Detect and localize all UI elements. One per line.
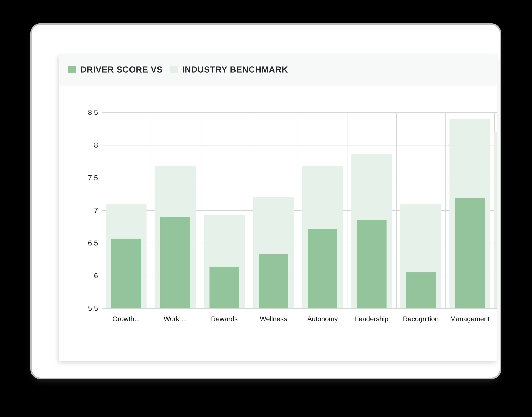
x-tick-label-Autonomy: Autonomy [298,315,347,323]
v-gridline [396,113,397,308]
y-axis-line [101,113,102,308]
h-gridline [101,112,497,113]
y-tick-label: 5.5 [72,304,98,313]
bar-industry-benchmark-partial[interactable] [494,132,497,308]
bar-driver-score-Autonomy[interactable] [308,229,337,308]
chart-widget-panel: DRIVER SCORE VS INDUSTRY BENCHMARK 8.587… [59,54,497,361]
v-gridline [445,113,446,308]
chart-card: DRIVER SCORE VS INDUSTRY BENCHMARK 8.587… [32,25,500,378]
bar-driver-score-Work ...[interactable] [160,217,190,308]
bar-driver-score-Wellness[interactable] [259,254,288,308]
v-gridline [151,113,151,308]
y-tick-label: 6.5 [72,239,98,248]
industry-benchmark-swatch-icon [170,66,178,73]
bar-driver-score-Management[interactable] [455,198,485,308]
bar-driver-score-Rewards[interactable] [210,267,239,308]
v-gridline [298,113,298,308]
legend-item-industry-benchmark[interactable]: INDUSTRY BENCHMARK [170,64,288,74]
v-gridline [200,113,200,308]
bar-driver-score-Leadership[interactable] [357,220,387,308]
bar-driver-score-Recognition[interactable] [406,272,436,308]
chart-plot-area [101,113,497,308]
legend-item-driver-score[interactable]: DRIVER SCORE VS [68,64,163,74]
bar-driver-score-Growth...[interactable] [111,239,141,308]
x-tick-label-Leadership: Leadership [347,315,396,323]
x-tick-label-Rewards: Rewards [200,315,249,323]
v-gridline [347,113,347,308]
legend-label-driver-score: DRIVER SCORE VS [80,64,163,74]
y-tick-label: 8 [72,141,98,150]
y-tick-label: 8.5 [72,108,98,117]
v-gridline [249,113,249,308]
x-tick-label-Recognition: Recognition [396,315,446,323]
x-tick-label-Management: Management [445,315,495,323]
x-tick-label-Wellness: Wellness [249,315,298,323]
x-tick-label-Work ...: Work ... [151,315,200,323]
driver-score-swatch-icon [68,66,76,73]
desktop-background: { "colors": { "background": "#000000", "… [0,0,532,417]
bar-chart: 8.587.576.565.5 Growth...Work ...Rewards… [59,85,497,361]
legend-label-industry-benchmark: INDUSTRY BENCHMARK [182,64,288,74]
x-tick-label-Growth...: Growth... [101,315,151,323]
y-tick-label: 7.5 [72,173,98,182]
h-gridline [101,145,497,146]
chart-header: DRIVER SCORE VS INDUSTRY BENCHMARK [59,54,497,85]
y-tick-label: 7 [72,206,98,215]
y-tick-label: 6 [72,271,98,280]
